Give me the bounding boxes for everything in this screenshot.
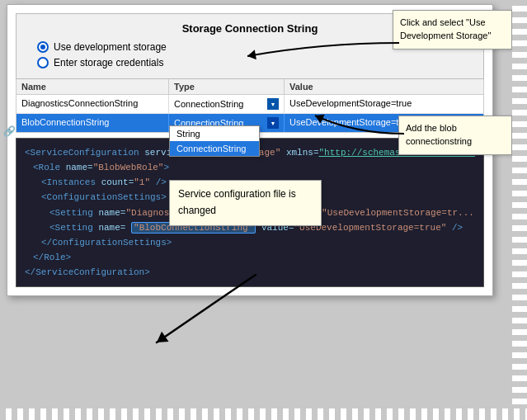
cell-name-1: DiagnosticsConnectionString — [16, 95, 169, 113]
table-row[interactable]: DiagnosticsConnectionString ConnectionSt… — [16, 95, 483, 114]
dropdown-item-connectionstring[interactable]: ConnectionString — [170, 141, 259, 156]
xml-line-9: </ServiceConfiguration> — [25, 265, 475, 280]
link-icon: 🔗 — [3, 125, 16, 137]
cell-value-1: UseDevelopmentStorage=true — [285, 95, 483, 113]
xml-line-7: </ConfigurationSettings> — [25, 235, 475, 250]
xml-line-2: <Role name="BlobWebRole"> — [25, 160, 475, 175]
radio-credentials-label: Enter storage credentials — [54, 57, 163, 68]
radio-enter-credentials[interactable]: Enter storage credentials — [37, 57, 471, 68]
col-header-value: Value — [285, 79, 483, 94]
col-header-name: Name — [16, 79, 169, 94]
dropdown-item-string[interactable]: String — [170, 126, 259, 141]
grid-header: Name Type Value — [16, 79, 483, 95]
callout-blob-conn: Add the blob connectionstring — [398, 116, 512, 155]
callout-dev-storage: Click and select "Use Development Storag… — [393, 10, 512, 50]
cell-type-1: ConnectionString ▼ — [169, 95, 285, 113]
type-dropdown-menu[interactable]: String ConnectionString — [169, 125, 260, 157]
cell-name-2: BlobConnectionString — [16, 114, 169, 132]
service-config-callout: Service configuration file is changed — [169, 180, 322, 226]
radio-dev-storage-label: Use development storage — [54, 41, 167, 53]
xml-line-8: </Role> — [25, 250, 475, 265]
xml-editor: <ServiceConfiguration serviceName="BlobS… — [16, 138, 484, 287]
col-header-type: Type — [169, 79, 285, 94]
